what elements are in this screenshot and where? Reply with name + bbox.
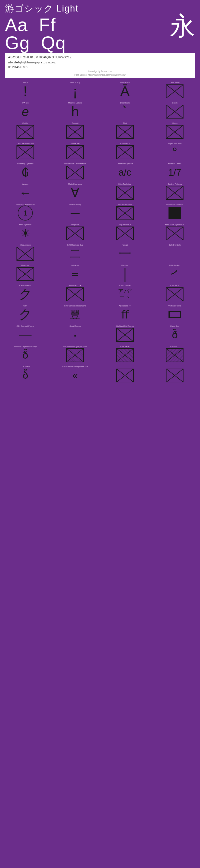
cell-content: ☀ xyxy=(14,226,37,240)
cell-label: Control Pictures xyxy=(151,183,199,185)
placeholder xyxy=(66,166,84,179)
cell-letterlike: Letterlike Symbols a/c xyxy=(100,160,150,180)
glyph-grid: ASCII ! Latin 1 Sup ¡ Latin Ext A Ā Lati… xyxy=(0,78,200,383)
cell-content: ⼆ xyxy=(64,247,86,260)
cell-label: Kana Sup xyxy=(151,325,199,328)
cell-content xyxy=(64,166,86,179)
cell-currency: Currency Symbols ₲ xyxy=(0,160,50,180)
cell-kana-sup: Kana Sup ð̃ xyxy=(150,322,200,342)
cell-greek: Greek xyxy=(150,99,200,119)
glyph: ⼆ xyxy=(70,246,80,261)
cell-label: Hiragana xyxy=(1,264,49,267)
glyph: h xyxy=(71,104,79,119)
cell-content: 1 xyxy=(14,206,37,220)
cell-latin-ext-a: Latin Ext A Ā xyxy=(100,79,150,99)
glyph: 1/7 xyxy=(168,167,181,178)
cell-label: Number Forms xyxy=(151,163,199,165)
glyph: ð̃ xyxy=(22,349,28,361)
cell-content xyxy=(163,287,186,301)
cell-kangxi: Kangxi 一 xyxy=(100,241,150,261)
cell-kanbun: Kanbun ｜ xyxy=(100,261,150,281)
glyph: ð̃ xyxy=(172,329,178,341)
cell-label: Block Elements xyxy=(101,203,149,206)
cell-label: Punctuation xyxy=(101,142,149,145)
glyph: 1 xyxy=(18,206,33,220)
cell-ascii: ASCII ! xyxy=(0,79,50,99)
cell-cjk-symbols: CJK Symbols xyxy=(150,241,200,261)
svg-rect-40 xyxy=(168,311,181,312)
cell-content xyxy=(163,308,186,321)
cell-latin-ext-add: Latin Ext Additional xyxy=(0,140,50,160)
cell-content xyxy=(114,348,136,362)
cell-content: « xyxy=(64,369,86,382)
cell-arrows: Arrows ← xyxy=(0,180,50,200)
cell-punctuation: Punctuation xyxy=(100,140,150,160)
alphabet-lower: abcdefghijklmnopqrstuvwxyz xyxy=(8,60,192,65)
cell-content xyxy=(163,369,186,382)
cell-content xyxy=(14,267,37,281)
svg-rect-41 xyxy=(168,317,181,318)
cell-content: ∀ xyxy=(64,186,86,200)
cell-content: ㇒ xyxy=(163,267,186,281)
grid-container: ASCII ! Latin 1 Sup ¡ Latin Ext A Ā Lati… xyxy=(0,79,200,383)
placeholder xyxy=(66,226,84,240)
cell-label: CJK Ext D xyxy=(1,366,49,368)
cell-label: Khmer xyxy=(151,122,199,125)
cell-content xyxy=(114,206,136,220)
glyph: ˋ xyxy=(122,104,128,119)
cell-katakana: Katakana ＝ xyxy=(50,261,100,281)
glyph: ﬀ xyxy=(121,308,129,321)
placeholder xyxy=(66,287,84,301)
svg-rect-43 xyxy=(180,311,181,318)
cell-content xyxy=(64,348,86,362)
cell-content: ク xyxy=(14,308,37,321)
glyph: ₲ xyxy=(22,166,29,179)
cell-empty2 xyxy=(150,363,200,383)
cell-label: Currency Symbols xyxy=(1,163,49,165)
alphabet-section: ABCDEFGHIJKLMNOPQRSTUVWXYZ abcdefghijklm… xyxy=(5,53,195,78)
cell-enclosed-cjk: Enclosed CJK xyxy=(50,282,100,302)
cell-label: Super And Sub xyxy=(151,142,199,145)
cell-diacr-symbols: Diacriticals For Symbols xyxy=(50,160,100,180)
cell-label: CJK Ext B xyxy=(101,345,149,348)
cell-label: CJK Ext A xyxy=(151,284,199,287)
glyph: a/c xyxy=(119,167,131,178)
placeholder xyxy=(16,145,34,159)
latin-preview-1: Aa Ff xyxy=(5,16,170,34)
glyph: ＝ xyxy=(70,267,80,281)
cell-label: CJK Ext C xyxy=(151,345,199,348)
glyph: ! xyxy=(23,84,27,98)
cell-content: ク xyxy=(14,287,37,301)
placeholder xyxy=(66,145,84,159)
cell-label: Misc Technical xyxy=(101,183,149,185)
cell-content xyxy=(114,145,136,159)
font-title: 游ゴシック Light xyxy=(5,2,195,15)
cell-label: Vertical Forms xyxy=(151,305,199,307)
glyph: Ā xyxy=(120,84,129,98)
cell-content xyxy=(163,186,186,200)
glyph: ｜ xyxy=(118,265,131,283)
glyph: ∀ xyxy=(71,185,79,200)
cell-label: CJK Compat xyxy=(101,284,149,287)
cell-bengali: Bengali xyxy=(50,119,100,139)
glyph: « xyxy=(72,370,78,381)
cell-cyrillic: Cyrillic xyxy=(0,119,50,139)
cell-cjk: CJK ク xyxy=(0,302,50,322)
placeholder xyxy=(116,145,134,159)
cell-misc-math-b: Misc Math Symbols B xyxy=(150,221,200,241)
cell-content: ─ xyxy=(64,206,86,220)
source: Font Source: http://www.fontke.com/font/… xyxy=(8,73,192,77)
cell-label: Box Drawing xyxy=(51,203,99,206)
cell-content: アパ° ート xyxy=(114,287,136,301)
placeholder xyxy=(166,226,184,240)
cell-content xyxy=(64,125,86,139)
cell-content xyxy=(14,125,37,139)
cell-half-full: Half And Full Forms xyxy=(100,322,150,342)
cell-label: CJK Strokes xyxy=(151,264,199,267)
cell-label: CJK Radicals Sup xyxy=(51,244,99,246)
cell-label: CJK Symbols xyxy=(151,244,199,246)
cell-content xyxy=(64,145,86,159)
glyph xyxy=(116,348,134,362)
cell-label: Katakana xyxy=(51,264,99,267)
glyph xyxy=(173,247,176,260)
